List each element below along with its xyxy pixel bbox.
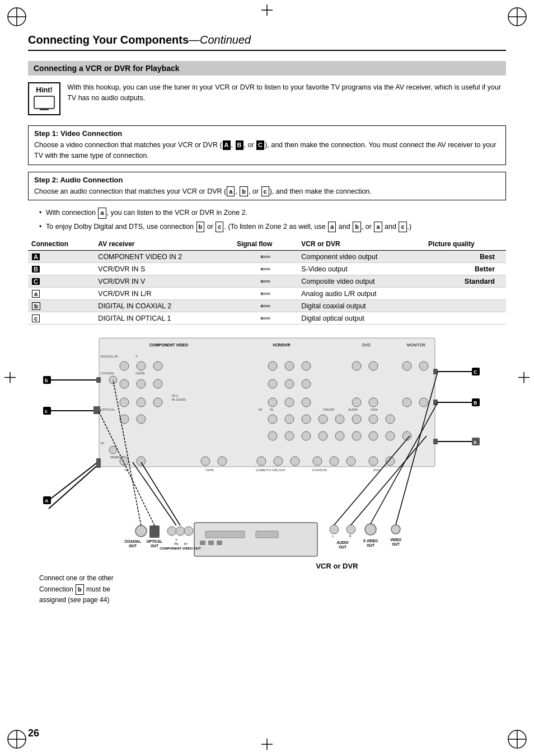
svg-point-45 [419, 361, 428, 370]
svg-point-52 [120, 398, 129, 407]
svg-text:OPTICAL: OPTICAL [147, 539, 163, 543]
svg-point-157 [365, 524, 376, 535]
bottom-note-line1: Connect one or the other [39, 574, 114, 582]
edge-cross-right [518, 372, 530, 384]
vcr-cell: Composite video output [298, 275, 425, 288]
svg-text:C: C [474, 369, 477, 375]
svg-rect-136 [208, 541, 214, 545]
svg-text:IN 1(DVD): IN 1(DVD) [172, 398, 186, 401]
svg-point-144 [167, 527, 176, 536]
svg-point-58 [352, 398, 361, 407]
svg-text:CD: CD [124, 468, 129, 472]
svg-rect-109 [96, 377, 101, 383]
conn-cell: b [28, 300, 95, 312]
svg-text:COMPONENT VIDEO: COMPONENT VIDEO [149, 343, 189, 347]
page-number: 26 [28, 727, 39, 739]
svg-point-43 [369, 361, 378, 370]
row-label-b: b [32, 302, 40, 310]
bullet1-label-a: a [98, 208, 106, 219]
svg-rect-131 [433, 439, 438, 444]
svg-point-39 [268, 361, 277, 370]
row-label-A: A [32, 253, 40, 260]
svg-text:GAME/TV-CBL/SAT: GAME/TV-CBL/SAT [256, 468, 286, 472]
main-title: Connecting Your Components—Continued [28, 34, 506, 51]
svg-line-114 [49, 461, 99, 500]
col-connection: Connection [28, 238, 95, 251]
svg-point-68 [137, 415, 146, 424]
svg-text:AUDIO: AUDIO [337, 541, 349, 544]
col-av-receiver: AV receiver [95, 238, 233, 251]
title-suffix: —Continued [189, 34, 251, 46]
svg-point-101 [313, 457, 322, 466]
svg-text:DVD: DVD [362, 343, 371, 347]
svg-text:VCR/DVR: VCR/DVR [273, 343, 291, 347]
svg-text:Cb/Pb: Cb/Pb [135, 372, 145, 375]
svg-point-70 [285, 415, 294, 424]
label-B: B [236, 140, 243, 150]
svg-point-44 [402, 361, 411, 370]
vcr-cell: S-Video output [298, 263, 425, 275]
flow-cell: ⟸ [233, 251, 298, 263]
corner-mark-tl [6, 6, 28, 28]
svg-point-98 [257, 457, 266, 466]
svg-point-87 [109, 446, 117, 454]
hint-container: Hint! With this hookup, you can use the … [28, 82, 506, 115]
bullet-list: With connection a, you can listen to the… [39, 207, 506, 232]
vcr-cell: Component video output [298, 251, 425, 263]
bullet2-label-b: b [196, 222, 205, 233]
bottom-note-line4: assigned (see page 44) [39, 596, 109, 604]
receiver-cell: COMPONENT VIDEO IN 2 [95, 251, 233, 263]
page-container: Connecting Your Components—Continued Con… [0, 0, 534, 756]
svg-point-73 [335, 415, 344, 424]
table-row: B VCR/DVR IN S ⟸ S-Video output Better [28, 263, 506, 275]
vcr-cell: Digital coaxial output [298, 300, 425, 312]
svg-text:Y: Y [175, 538, 177, 542]
svg-point-102 [330, 457, 339, 466]
bullet-1: With connection a, you can listen to the… [39, 207, 506, 219]
svg-point-32 [153, 361, 162, 370]
title-text: Connecting Your Components [28, 34, 189, 46]
diagram-area: COMPONENT VIDEO VCR/DVR DVD MONITOR DIGI… [28, 332, 506, 605]
conn-cell: B [28, 263, 95, 275]
label-A: A [223, 140, 231, 150]
svg-text:OUT: OUT [151, 544, 158, 548]
svg-text:c: c [45, 408, 48, 414]
conn-cell: a [28, 288, 95, 300]
hint-label: Hint! [36, 86, 53, 94]
flow-cell: ⟸ [233, 300, 298, 312]
svg-point-60 [402, 398, 411, 407]
svg-text:IN: IN [270, 408, 273, 411]
label-a: a [227, 186, 235, 197]
step2-text: Choose an audio connection that matches … [34, 186, 500, 197]
svg-rect-137 [217, 541, 222, 545]
svg-point-77 [268, 431, 277, 440]
row-label-B: B [32, 266, 40, 273]
svg-rect-20 [34, 96, 54, 109]
svg-point-40 [285, 361, 294, 370]
svg-point-95 [137, 457, 146, 466]
receiver-cell: DIGITAL IN OPTICAL 1 [95, 312, 233, 325]
svg-point-104 [369, 457, 378, 466]
svg-text:Pb: Pb [174, 542, 179, 546]
quality-cell: Best [425, 251, 506, 263]
bullet2-label-c: c [216, 222, 223, 233]
svg-point-97 [218, 457, 227, 466]
svg-text:S VIDEO: S VIDEO [363, 539, 378, 543]
svg-point-41 [302, 361, 311, 370]
label-c: c [261, 186, 269, 197]
svg-text:b: b [45, 378, 48, 383]
table-row: A COMPONENT VIDEO IN 2 ⟸ Component video… [28, 251, 506, 263]
connection-table: Connection AV receiver Signal flow VCR o… [28, 238, 506, 325]
svg-point-84 [386, 431, 395, 440]
tv-icon [33, 95, 55, 112]
svg-text:OUT: OUT [339, 545, 346, 549]
table-row: c DIGITAL IN OPTICAL 1 ⟸ Digital optical… [28, 312, 506, 325]
svg-point-31 [137, 361, 146, 370]
svg-text:B: B [474, 400, 477, 406]
svg-text:SURR: SURR [348, 408, 358, 411]
svg-point-47 [285, 379, 294, 388]
svg-point-75 [369, 415, 378, 424]
svg-text:MONITOR: MONITOR [407, 343, 425, 347]
svg-text:DIGITAL IN: DIGITAL IN [101, 355, 118, 358]
svg-text:R: R [349, 534, 352, 538]
